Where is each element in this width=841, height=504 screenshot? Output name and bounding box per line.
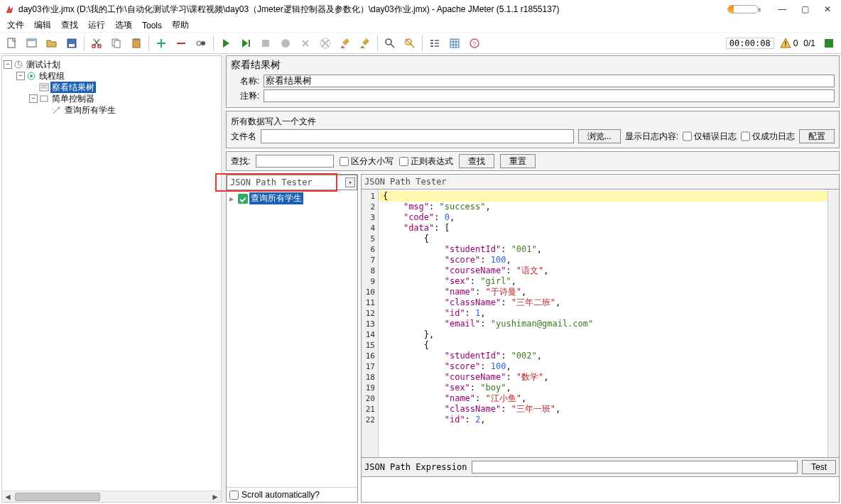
result-expand-icon[interactable]: ▸ <box>229 194 237 204</box>
svg-text:?: ? <box>472 40 476 48</box>
svg-rect-23 <box>435 43 439 44</box>
expand-icon[interactable] <box>152 34 170 53</box>
case-sensitive-checkbox[interactable]: 区分大小写 <box>340 155 394 168</box>
broom2-icon[interactable] <box>356 34 374 53</box>
menu-tools[interactable]: Tools <box>138 19 166 32</box>
browse-button[interactable]: 浏览... <box>578 129 621 143</box>
svg-rect-0 <box>8 38 15 48</box>
minimize-button[interactable]: — <box>777 4 787 14</box>
result-item[interactable]: ▸ 查询所有学生 <box>228 192 356 205</box>
search-icon[interactable] <box>381 34 399 53</box>
success-only-checkbox[interactable]: 仅成功日志 <box>741 129 795 143</box>
paste-icon[interactable] <box>127 34 146 53</box>
tree-view-results[interactable]: 察看结果树 <box>4 82 219 93</box>
help-icon[interactable]: ? <box>465 34 484 53</box>
shutdown-icon[interactable] <box>276 34 295 53</box>
title-bar: day03作业.jmx (D:\我的工作\自动化测试学习\课程视频\day03（… <box>0 0 841 18</box>
errors-only-label: 仅错误日志 <box>694 131 737 143</box>
templates-icon[interactable] <box>23 34 41 53</box>
regex-checkbox[interactable]: 正则表达式 <box>399 155 453 168</box>
menu-bar: 文件 编辑 查找 运行 选项 Tools 帮助 <box>0 18 841 33</box>
renderer-combo[interactable]: JSON Path Tester ▾ <box>227 175 357 190</box>
chevron-down-icon[interactable]: ▾ <box>345 177 355 187</box>
stop-icon[interactable] <box>256 34 275 53</box>
save-icon[interactable] <box>63 34 81 53</box>
file-output-header: 所有数据写入一个文件 <box>231 114 835 129</box>
panel-title: 察看结果树 <box>231 59 835 72</box>
configure-button[interactable]: 配置 <box>799 129 835 143</box>
menu-file[interactable]: 文件 <box>3 18 28 33</box>
clear-icon[interactable] <box>296 34 315 53</box>
reset-button[interactable]: 重置 <box>500 154 536 168</box>
heap-dump-icon[interactable] <box>445 34 464 53</box>
svg-rect-4 <box>69 44 75 47</box>
window-title: day03作业.jmx (D:\我的工作\自动化测试学习\课程视频\day03（… <box>18 4 727 16</box>
warning-badge[interactable]: 0 <box>780 38 798 49</box>
svg-point-11 <box>197 41 201 45</box>
result-search-bar: 查找: 区分大小写 正则表达式 查找 重置 <box>226 151 840 171</box>
expand-toggle[interactable]: − <box>4 60 12 69</box>
cut-icon[interactable] <box>87 34 106 53</box>
success-only-label: 仅成功日志 <box>752 131 795 143</box>
thread-count: 0/1 <box>803 38 815 48</box>
menu-edit[interactable]: 编辑 <box>30 18 55 33</box>
testplan-icon <box>13 60 23 70</box>
clear-all-icon[interactable] <box>316 34 335 53</box>
code-vscrollbar[interactable] <box>828 190 839 457</box>
tree-simple-controller-label: 简单控制器 <box>50 93 96 104</box>
svg-rect-8 <box>114 40 120 48</box>
scroll-auto-checkbox[interactable] <box>229 491 239 500</box>
maximize-button[interactable]: ▢ <box>800 4 810 14</box>
expression-result <box>361 477 840 503</box>
menu-run[interactable]: 运行 <box>84 18 109 33</box>
expand-toggle[interactable]: − <box>29 94 38 103</box>
test-button[interactable]: Test <box>802 460 836 474</box>
svg-rect-36 <box>41 87 47 89</box>
scroll-left-icon[interactable]: ◄ <box>2 491 13 503</box>
svg-rect-28 <box>785 41 786 45</box>
json-content[interactable]: { "msg": "success", "code": 0, "data": [… <box>379 190 828 457</box>
tree-hscrollbar[interactable]: ◄ ► <box>2 491 221 502</box>
close-button[interactable]: ✕ <box>823 4 832 14</box>
tree-simple-controller[interactable]: − 简单控制器 <box>4 93 219 104</box>
svg-rect-13 <box>249 40 250 47</box>
search-button[interactable]: 查找 <box>459 154 494 168</box>
controller-icon <box>39 94 49 104</box>
reset-search-icon[interactable] <box>401 34 419 53</box>
result-item-label: 查询所有学生 <box>249 192 303 204</box>
log-content-label: 显示日志内容: <box>625 131 678 143</box>
start-no-pause-icon[interactable] <box>237 34 255 53</box>
expand-toggle[interactable]: − <box>16 72 25 80</box>
tree-http-request[interactable]: 查询所有学生 <box>4 104 219 116</box>
expression-input[interactable] <box>472 461 798 473</box>
search-input[interactable] <box>256 155 334 168</box>
errors-only-checkbox[interactable]: 仅错误日志 <box>683 129 737 143</box>
menu-search[interactable]: 查找 <box>57 18 82 33</box>
scroll-right-icon[interactable]: ► <box>210 491 221 503</box>
menu-options[interactable]: 选项 <box>111 18 136 33</box>
comment-input[interactable] <box>264 89 835 102</box>
svg-rect-35 <box>41 85 47 87</box>
sampler-icon <box>52 105 62 115</box>
app-icon <box>4 4 14 14</box>
svg-rect-25 <box>450 39 459 48</box>
svg-rect-24 <box>435 45 439 47</box>
collapse-icon[interactable] <box>172 34 190 53</box>
scroll-thumb[interactable] <box>15 493 100 501</box>
tester-tab[interactable]: JSON Path Tester <box>361 174 840 190</box>
name-input[interactable] <box>264 75 835 87</box>
toggle-icon[interactable] <box>192 34 210 53</box>
regex-label: 正则表达式 <box>411 155 453 168</box>
result-tree[interactable]: ▸ 查询所有学生 <box>227 190 357 487</box>
scroll-auto-label: Scroll automatically? <box>242 490 320 500</box>
filename-input[interactable] <box>261 129 574 143</box>
copy-icon[interactable] <box>107 34 126 53</box>
start-icon[interactable] <box>217 34 235 53</box>
function-helper-icon[interactable] <box>425 34 444 53</box>
menu-help[interactable]: 帮助 <box>168 18 193 33</box>
broom1-icon[interactable] <box>336 34 354 53</box>
tree-root[interactable]: − 测试计划 <box>4 59 219 70</box>
tree-threadgroup[interactable]: − 线程组 <box>4 70 219 82</box>
new-icon[interactable] <box>3 34 21 53</box>
open-icon[interactable] <box>43 34 61 53</box>
